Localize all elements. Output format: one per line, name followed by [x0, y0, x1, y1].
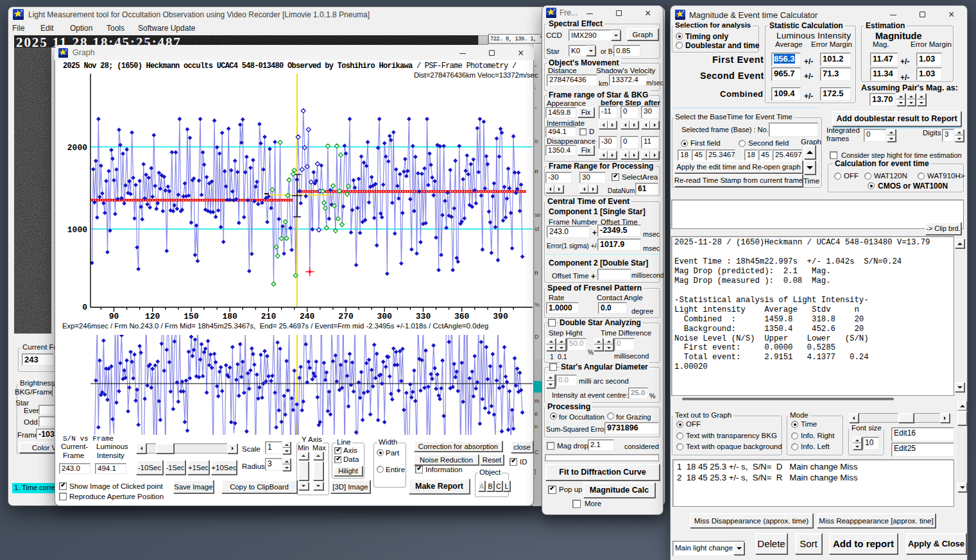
svg-text:240: 240 [300, 312, 315, 321]
svg-text:150: 150 [184, 312, 199, 321]
svg-text:330: 330 [416, 312, 431, 321]
svg-text:390: 390 [493, 312, 508, 321]
svg-text:2000: 2000 [67, 143, 87, 153]
svg-text:210: 210 [261, 312, 277, 321]
svg-text:120: 120 [145, 312, 160, 321]
svg-text:1000: 1000 [67, 225, 87, 235]
svg-text:0: 0 [82, 303, 87, 312]
svg-text:90: 90 [109, 312, 119, 321]
svg-text:180: 180 [222, 312, 237, 321]
svg-text:300: 300 [377, 312, 392, 321]
svg-text:360: 360 [454, 312, 470, 321]
svg-text:270: 270 [338, 312, 354, 321]
